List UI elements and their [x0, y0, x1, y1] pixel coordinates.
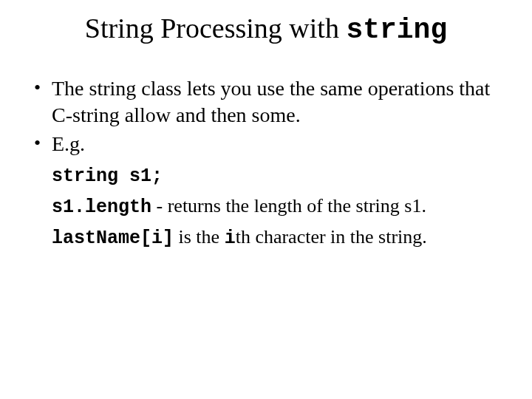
plain-text: - returns the length of the string s1. [151, 195, 426, 216]
plain-text: is the [174, 226, 225, 248]
example-line: s1.length - returns the length of the st… [52, 191, 499, 222]
plain-text: th character in the string. [236, 226, 427, 248]
slide: String Processing with string The string… [0, 0, 532, 399]
code-text: string s1; [52, 166, 163, 187]
example-block: string s1; s1.length - returns the lengt… [52, 160, 499, 253]
bullet-list: The string class lets you use the same o… [33, 75, 499, 157]
code-text: s1.length [52, 197, 151, 218]
title-code: string [346, 14, 447, 46]
bullet-item: E.g. [33, 131, 499, 157]
bullet-text: The string class lets you use the same o… [52, 77, 490, 126]
code-text: i [225, 228, 236, 249]
code-text: lastName[i] [52, 228, 174, 249]
example-line: string s1; [52, 160, 499, 191]
example-line: lastName[i] is the ith character in the … [52, 222, 499, 253]
bullet-text: E.g. [52, 132, 85, 155]
bullet-item: The string class lets you use the same o… [33, 75, 499, 129]
slide-title: String Processing with string [33, 13, 499, 46]
title-text: String Processing with [85, 13, 347, 44]
